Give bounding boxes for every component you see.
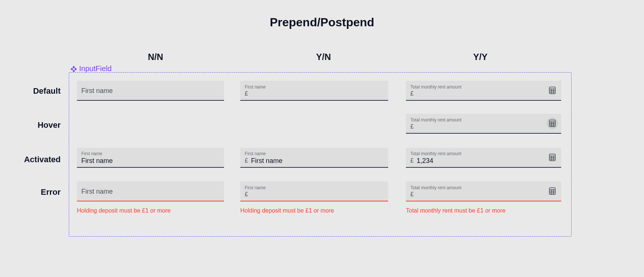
input-float-label: Total monthly rent amount bbox=[410, 151, 557, 156]
input-placeholder: First name bbox=[81, 87, 113, 95]
input-float-label: First name bbox=[245, 151, 384, 156]
input-prepend-pound: £ bbox=[410, 191, 414, 198]
input-value: 1,234 bbox=[417, 157, 433, 165]
input-prepend-pound: £ bbox=[410, 157, 414, 164]
svg-rect-0 bbox=[72, 66, 75, 69]
input-float-label: First name bbox=[81, 151, 220, 156]
calculator-icon[interactable] bbox=[546, 151, 558, 163]
row-label-hover: Hover bbox=[9, 120, 61, 130]
input-float-label: Total monthly rent amount bbox=[410, 84, 557, 90]
input-prepend-pound: £ bbox=[245, 157, 248, 164]
component-name-text: InputField bbox=[79, 64, 112, 73]
input-field-yy-activated[interactable]: Total monthly rent amount £ 1,234 bbox=[406, 148, 561, 168]
error-message-yn: Holding deposit must be £1 or more bbox=[240, 207, 334, 214]
column-header-yy: Y/Y bbox=[473, 52, 488, 62]
row-label-default: Default bbox=[9, 86, 61, 96]
input-prepend-pound: £ bbox=[245, 90, 248, 97]
input-float-label: First name bbox=[245, 185, 384, 190]
input-field-yn-activated[interactable]: First name £ First name bbox=[240, 148, 388, 168]
input-float-label: Total monthly rent amount bbox=[410, 117, 557, 123]
input-field-yy-error[interactable]: Total monthly rent amount £ bbox=[406, 181, 561, 201]
input-field-yn-default[interactable]: First name £ bbox=[240, 81, 388, 101]
svg-rect-3 bbox=[72, 69, 75, 71]
input-prepend-pound: £ bbox=[410, 123, 414, 130]
column-header-yn: Y/N bbox=[316, 52, 331, 62]
page-title: Prepend/Postpend bbox=[0, 16, 644, 29]
input-prepend-pound: £ bbox=[245, 191, 248, 198]
input-field-nn-default[interactable]: First name bbox=[77, 81, 224, 101]
column-header-nn: N/N bbox=[148, 52, 163, 62]
input-prepend-pound: £ bbox=[410, 90, 414, 97]
row-label-activated: Activated bbox=[9, 155, 61, 164]
svg-rect-1 bbox=[71, 67, 73, 70]
input-field-nn-activated[interactable]: First name First name bbox=[77, 148, 224, 168]
row-label-error: Error bbox=[9, 187, 61, 197]
error-message-nn: Holding deposit must be £1 or more bbox=[77, 207, 170, 214]
input-field-nn-error[interactable]: First name bbox=[77, 181, 224, 201]
input-field-yy-hover[interactable]: Total monthly rent amount £ bbox=[406, 114, 561, 134]
input-field-yn-error[interactable]: First name £ bbox=[240, 181, 388, 201]
input-value: First name bbox=[81, 157, 113, 165]
input-placeholder: First name bbox=[81, 188, 113, 196]
calculator-icon[interactable] bbox=[546, 185, 558, 197]
svg-rect-2 bbox=[74, 67, 77, 70]
input-float-label: First name bbox=[245, 84, 384, 90]
calculator-icon[interactable] bbox=[546, 117, 558, 129]
input-float-label: Total monthly rent amount bbox=[410, 185, 557, 190]
calculator-icon[interactable] bbox=[546, 84, 558, 96]
component-diamond-icon bbox=[70, 66, 77, 72]
input-field-yy-default[interactable]: Total monthly rent amount £ bbox=[406, 81, 561, 101]
error-message-yy: Total monthly rent must be £1 or more bbox=[406, 207, 505, 214]
component-label: InputField bbox=[70, 64, 112, 73]
input-value: First name bbox=[251, 157, 282, 165]
